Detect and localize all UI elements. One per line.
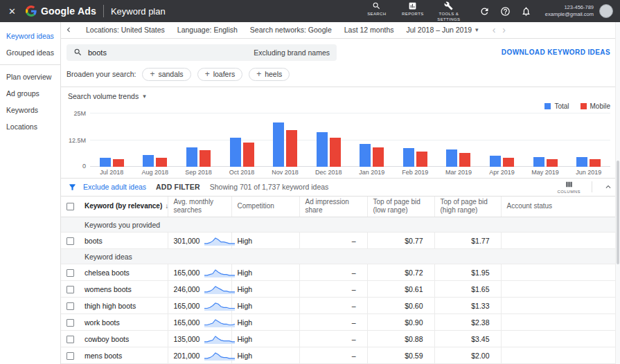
vertical-scrollbar[interactable] (615, 22, 620, 364)
sidebar-item-plan-overview[interactable]: Plan overview (0, 69, 60, 85)
keyword-cell: mens boots (79, 347, 168, 364)
section-label: Keywords you provided (79, 217, 620, 233)
column-header-bid-low[interactable]: Top of page bid (low range) (367, 197, 434, 217)
broaden-chip-heels[interactable]: + heels (249, 68, 290, 81)
competition-cell: High (231, 347, 299, 364)
avatar[interactable] (599, 4, 613, 18)
bar-group (220, 113, 264, 167)
chart-type-dropdown[interactable]: Search volume trends ▾ (67, 91, 148, 102)
keyword-header-label: Keyword (by relevance) (85, 202, 162, 211)
caret-down-icon: ▾ (143, 93, 146, 100)
column-header-account-status[interactable]: Account status (501, 197, 620, 217)
tools-settings-nav-label: TOOLS & SETTINGS (434, 12, 464, 23)
bar-total (100, 158, 111, 166)
columns-button[interactable]: COLUMNS (557, 180, 581, 194)
sidebar-item-keyword-ideas[interactable]: Keyword ideas (0, 28, 60, 44)
broaden-chip-sandals[interactable]: + sandals (142, 68, 191, 81)
column-header-ad-impression[interactable]: Ad impression share (299, 197, 367, 217)
row-checkbox[interactable] (67, 319, 74, 327)
plus-icon: + (205, 70, 210, 78)
table-row-womens-boots[interactable]: womens boots 246,000 High – $0.61 $1.65 (61, 281, 620, 298)
x-axis-label: May 2019 (524, 169, 567, 176)
add-filter-button[interactable]: ADD FILTER (156, 183, 200, 191)
x-axis-label: Jan 2019 (350, 169, 393, 176)
sparkline-chart (204, 235, 236, 246)
date-range-selector[interactable]: Jul 2018 – Jun 2019 ▾ (407, 26, 479, 34)
plan-settings-bar: Locations: United States Language: Engli… (61, 22, 620, 39)
table-row-boots[interactable]: boots 301,000 High – $0.77 $1.77 (61, 233, 620, 249)
bar-group (350, 113, 393, 167)
keyword-cell: womens boots (79, 281, 168, 298)
legend-swatch (544, 103, 551, 109)
bar-mobile (503, 158, 514, 166)
select-all-checkbox[interactable] (67, 203, 74, 210)
settings-networks[interactable]: Search networks: Google (250, 26, 332, 34)
reports-nav-button[interactable]: REPORTS (397, 0, 429, 17)
column-header-keyword[interactable]: Keyword (by relevance) ↓ (79, 197, 168, 217)
keyword-cell: thigh high boots (79, 298, 168, 314)
columns-label: COLUMNS (557, 190, 581, 194)
topbar-divider (103, 5, 104, 17)
sparkline-chart (204, 334, 236, 345)
reports-nav-label: REPORTS (402, 12, 424, 17)
brand-exclusion-note[interactable]: Excluding brand names (254, 48, 330, 57)
google-ads-logo[interactable]: Google Ads (26, 6, 96, 17)
bar-total (273, 122, 284, 167)
help-button[interactable] (497, 6, 514, 17)
collapse-chart-button[interactable] (603, 182, 613, 192)
row-checkbox[interactable] (67, 286, 74, 293)
table-row-cowboy-boots[interactable]: cowboy boots 135,000 High – $0.88 $3.45 (61, 331, 620, 347)
date-prev-button[interactable]: ‹ (493, 24, 496, 35)
table-row-chelsea-boots[interactable]: chelsea boots 165,000 High – $0.72 $1.95 (61, 264, 620, 281)
settings-language[interactable]: Language: English (177, 26, 238, 34)
search-nav-button[interactable]: SEARCH (361, 0, 393, 17)
sort-desc-icon: ↓ (165, 202, 168, 211)
bid-low-cell: $0.77 (367, 233, 434, 249)
sidebar-item-ad-groups[interactable]: Ad groups (0, 85, 60, 102)
ad-impression-cell: – (299, 264, 367, 281)
date-next-button[interactable]: › (502, 24, 506, 35)
bar-group (90, 113, 134, 167)
sidebar-item-keywords[interactable]: Keywords (0, 102, 60, 118)
account-info[interactable]: 123-456-789 example@gmail.com (545, 4, 594, 19)
row-checkbox[interactable] (67, 336, 74, 343)
keyword-search-input[interactable]: boots Excluding brand names (67, 44, 337, 61)
bid-high-cell: $2.38 (434, 314, 501, 331)
table-row-mens-boots[interactable]: mens boots 201,000 High – $0.59 $2.00 (61, 347, 620, 364)
sparkline-chart (204, 317, 236, 328)
table-row-thigh-high-boots[interactable]: thigh high boots 165,000 High – $0.60 $1… (61, 298, 620, 314)
row-checkbox[interactable] (67, 352, 74, 360)
scrollbar-thumb[interactable] (617, 161, 619, 264)
column-header-bid-high[interactable]: Top of page bid (high range) (434, 197, 501, 217)
notifications-button[interactable] (518, 6, 535, 17)
bar-group (177, 113, 220, 167)
column-header-competition[interactable]: Competition (231, 197, 299, 217)
sidebar-item-locations[interactable]: Locations (0, 118, 60, 135)
tools-settings-nav-button[interactable]: TOOLS & SETTINGS (433, 0, 465, 23)
row-checkbox[interactable] (67, 237, 74, 245)
chevron-left-icon[interactable] (64, 25, 73, 35)
exclude-adult-ideas-link[interactable]: Exclude adult ideas (68, 183, 146, 192)
broaden-chip-loafers[interactable]: + loafers (197, 68, 243, 81)
ad-impression-cell: – (299, 331, 367, 347)
download-keyword-ideas-link[interactable]: DOWNLOAD KEYWORD IDEAS (502, 48, 610, 56)
avg-searches-cell: 135,000 (168, 331, 231, 347)
search-volume-trends-chart: Search volume trends ▾ TotalMobile 25M 1… (61, 87, 620, 179)
avg-searches-cell: 301,000 (168, 233, 231, 249)
row-checkbox[interactable] (67, 302, 74, 310)
sidebar-item-grouped-ideas[interactable]: Grouped ideas (0, 44, 60, 61)
filter-bar-divider (592, 181, 592, 192)
bar-mobile (113, 159, 124, 167)
settings-locations[interactable]: Locations: United States (86, 26, 165, 34)
account-status-cell (501, 314, 620, 331)
refresh-button[interactable] (477, 6, 493, 17)
settings-period-label: Last 12 months (344, 26, 394, 34)
close-icon[interactable]: ✕ (8, 6, 16, 17)
column-header-avg-searches[interactable]: Avg. monthly searches (168, 197, 231, 217)
x-axis-label: Nov 2018 (263, 169, 307, 176)
account-id: 123-456-789 (545, 4, 594, 12)
row-checkbox[interactable] (67, 269, 74, 277)
broaden-label: Broaden your search: (67, 70, 136, 78)
table-row-work-boots[interactable]: work boots 165,000 High – $0.90 $2.38 (61, 314, 620, 331)
bar-mobile (243, 143, 254, 166)
